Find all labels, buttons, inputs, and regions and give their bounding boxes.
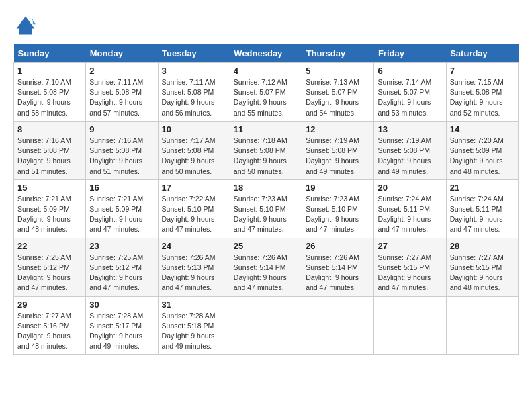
- day-number: 20: [378, 183, 442, 193]
- day-number: 31: [162, 300, 226, 310]
- calendar-cell: 16 Sunrise: 7:21 AMSunset: 5:09 PMDaylig…: [86, 179, 158, 238]
- day-number: 14: [450, 124, 515, 134]
- logo-icon: [13, 13, 38, 38]
- day-number: 13: [378, 124, 442, 134]
- day-number: 18: [234, 183, 298, 193]
- day-info: Sunrise: 7:16 AMSunset: 5:08 PMDaylight:…: [89, 136, 143, 175]
- calendar-cell: 5 Sunrise: 7:13 AMSunset: 5:07 PMDayligh…: [302, 63, 374, 122]
- calendar-cell: 21 Sunrise: 7:24 AMSunset: 5:11 PMDaylig…: [446, 179, 518, 238]
- day-info: Sunrise: 7:27 AMSunset: 5:16 PMDaylight:…: [17, 312, 71, 351]
- calendar-week-3: 15 Sunrise: 7:21 AMSunset: 5:09 PMDaylig…: [14, 179, 519, 238]
- calendar-table: SundayMondayTuesdayWednesdayThursdayFrid…: [13, 44, 519, 355]
- day-number: 3: [162, 66, 226, 76]
- day-number: 30: [89, 300, 154, 310]
- page-header: [13, 13, 519, 38]
- day-info: Sunrise: 7:19 AMSunset: 5:08 PMDaylight:…: [378, 136, 431, 175]
- day-info: Sunrise: 7:28 AMSunset: 5:18 PMDaylight:…: [162, 312, 216, 351]
- day-info: Sunrise: 7:16 AMSunset: 5:08 PMDaylight:…: [17, 136, 71, 175]
- day-info: Sunrise: 7:14 AMSunset: 5:07 PMDaylight:…: [378, 78, 431, 117]
- calendar-cell: [230, 296, 302, 355]
- day-info: Sunrise: 7:11 AMSunset: 5:08 PMDaylight:…: [162, 78, 216, 117]
- calendar-cell: 10 Sunrise: 7:17 AMSunset: 5:08 PMDaylig…: [158, 121, 230, 179]
- day-number: 15: [17, 183, 82, 193]
- day-info: Sunrise: 7:26 AMSunset: 5:14 PMDaylight:…: [306, 253, 359, 292]
- day-number: 4: [234, 66, 298, 76]
- day-info: Sunrise: 7:26 AMSunset: 5:14 PMDaylight:…: [234, 253, 287, 292]
- calendar-cell: 27 Sunrise: 7:27 AMSunset: 5:15 PMDaylig…: [374, 238, 446, 296]
- logo: [13, 13, 40, 38]
- calendar-cell: 31 Sunrise: 7:28 AMSunset: 5:18 PMDaylig…: [158, 296, 230, 355]
- day-info: Sunrise: 7:19 AMSunset: 5:08 PMDaylight:…: [306, 136, 359, 175]
- calendar-cell: 2 Sunrise: 7:11 AMSunset: 5:08 PMDayligh…: [86, 63, 158, 122]
- header-friday: Friday: [374, 44, 446, 63]
- calendar-cell: 1 Sunrise: 7:10 AMSunset: 5:08 PMDayligh…: [14, 63, 86, 122]
- day-info: Sunrise: 7:15 AMSunset: 5:08 PMDaylight:…: [450, 78, 504, 117]
- calendar-cell: 30 Sunrise: 7:28 AMSunset: 5:17 PMDaylig…: [86, 296, 158, 355]
- day-info: Sunrise: 7:10 AMSunset: 5:08 PMDaylight:…: [17, 78, 71, 117]
- svg-marker-0: [17, 17, 35, 35]
- calendar-cell: 23 Sunrise: 7:25 AMSunset: 5:12 PMDaylig…: [86, 238, 158, 296]
- calendar-cell: 8 Sunrise: 7:16 AMSunset: 5:08 PMDayligh…: [14, 121, 86, 179]
- day-number: 8: [17, 124, 82, 134]
- day-number: 22: [17, 241, 82, 251]
- day-info: Sunrise: 7:27 AMSunset: 5:15 PMDaylight:…: [378, 253, 431, 292]
- calendar-cell: 18 Sunrise: 7:23 AMSunset: 5:10 PMDaylig…: [230, 179, 302, 238]
- calendar-cell: 14 Sunrise: 7:20 AMSunset: 5:09 PMDaylig…: [446, 121, 518, 179]
- day-number: 19: [306, 183, 370, 193]
- day-number: 27: [378, 241, 442, 251]
- calendar-week-4: 22 Sunrise: 7:25 AMSunset: 5:12 PMDaylig…: [14, 238, 519, 296]
- header-tuesday: Tuesday: [158, 44, 230, 63]
- day-number: 12: [306, 124, 370, 134]
- day-number: 24: [162, 241, 226, 251]
- header-saturday: Saturday: [446, 44, 518, 63]
- day-info: Sunrise: 7:18 AMSunset: 5:08 PMDaylight:…: [234, 136, 287, 175]
- day-info: Sunrise: 7:21 AMSunset: 5:09 PMDaylight:…: [17, 195, 71, 234]
- calendar-cell: 28 Sunrise: 7:27 AMSunset: 5:15 PMDaylig…: [446, 238, 518, 296]
- calendar-cell: 22 Sunrise: 7:25 AMSunset: 5:12 PMDaylig…: [14, 238, 86, 296]
- day-number: 23: [89, 241, 154, 251]
- day-info: Sunrise: 7:22 AMSunset: 5:10 PMDaylight:…: [162, 195, 216, 234]
- calendar-cell: [302, 296, 374, 355]
- calendar-cell: 25 Sunrise: 7:26 AMSunset: 5:14 PMDaylig…: [230, 238, 302, 296]
- calendar-cell: 9 Sunrise: 7:16 AMSunset: 5:08 PMDayligh…: [86, 121, 158, 179]
- day-number: 1: [17, 66, 82, 76]
- day-info: Sunrise: 7:24 AMSunset: 5:11 PMDaylight:…: [450, 195, 504, 234]
- calendar-cell: 24 Sunrise: 7:26 AMSunset: 5:13 PMDaylig…: [158, 238, 230, 296]
- calendar-header-row: SundayMondayTuesdayWednesdayThursdayFrid…: [14, 44, 519, 63]
- calendar-week-1: 1 Sunrise: 7:10 AMSunset: 5:08 PMDayligh…: [14, 63, 519, 122]
- day-info: Sunrise: 7:20 AMSunset: 5:09 PMDaylight:…: [450, 136, 504, 175]
- calendar-cell: [446, 296, 518, 355]
- header-wednesday: Wednesday: [230, 44, 302, 63]
- calendar-cell: 17 Sunrise: 7:22 AMSunset: 5:10 PMDaylig…: [158, 179, 230, 238]
- calendar-cell: 6 Sunrise: 7:14 AMSunset: 5:07 PMDayligh…: [374, 63, 446, 122]
- day-info: Sunrise: 7:17 AMSunset: 5:08 PMDaylight:…: [162, 136, 216, 175]
- header-thursday: Thursday: [302, 44, 374, 63]
- calendar-cell: 3 Sunrise: 7:11 AMSunset: 5:08 PMDayligh…: [158, 63, 230, 122]
- calendar-cell: 7 Sunrise: 7:15 AMSunset: 5:08 PMDayligh…: [446, 63, 518, 122]
- calendar-cell: 13 Sunrise: 7:19 AMSunset: 5:08 PMDaylig…: [374, 121, 446, 179]
- calendar-cell: 20 Sunrise: 7:24 AMSunset: 5:11 PMDaylig…: [374, 179, 446, 238]
- day-number: 16: [89, 183, 154, 193]
- day-number: 11: [234, 124, 298, 134]
- day-number: 21: [450, 183, 515, 193]
- calendar-cell: 12 Sunrise: 7:19 AMSunset: 5:08 PMDaylig…: [302, 121, 374, 179]
- svg-marker-1: [30, 18, 36, 24]
- day-number: 2: [89, 66, 154, 76]
- header-sunday: Sunday: [14, 44, 86, 63]
- day-info: Sunrise: 7:11 AMSunset: 5:08 PMDaylight:…: [89, 78, 143, 117]
- day-info: Sunrise: 7:13 AMSunset: 5:07 PMDaylight:…: [306, 78, 359, 117]
- calendar-cell: 4 Sunrise: 7:12 AMSunset: 5:07 PMDayligh…: [230, 63, 302, 122]
- day-number: 29: [17, 300, 82, 310]
- calendar-cell: 19 Sunrise: 7:23 AMSunset: 5:10 PMDaylig…: [302, 179, 374, 238]
- calendar-cell: 15 Sunrise: 7:21 AMSunset: 5:09 PMDaylig…: [14, 179, 86, 238]
- day-info: Sunrise: 7:25 AMSunset: 5:12 PMDaylight:…: [89, 253, 143, 292]
- header-monday: Monday: [86, 44, 158, 63]
- day-number: 7: [450, 66, 515, 76]
- day-info: Sunrise: 7:12 AMSunset: 5:07 PMDaylight:…: [234, 78, 287, 117]
- calendar-week-5: 29 Sunrise: 7:27 AMSunset: 5:16 PMDaylig…: [14, 296, 519, 355]
- calendar-cell: [374, 296, 446, 355]
- day-number: 9: [89, 124, 154, 134]
- day-number: 6: [378, 66, 442, 76]
- day-number: 10: [162, 124, 226, 134]
- day-info: Sunrise: 7:24 AMSunset: 5:11 PMDaylight:…: [378, 195, 431, 234]
